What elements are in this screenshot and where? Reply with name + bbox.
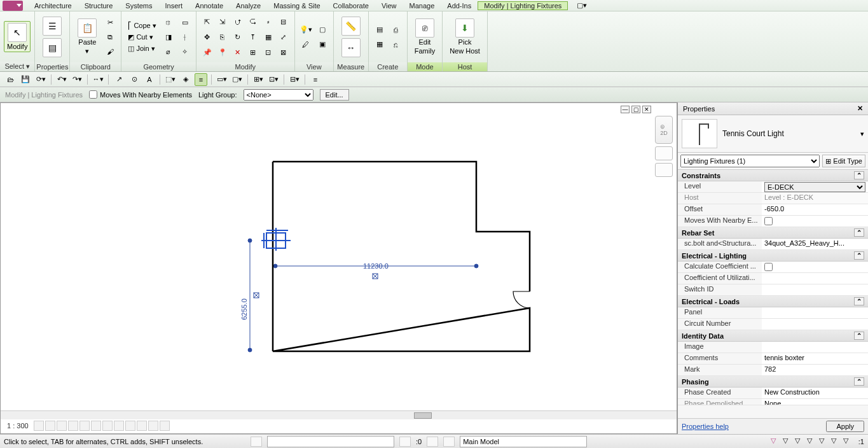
prop-group-header[interactable]: Electrical - Loads⌃ xyxy=(678,296,868,307)
menu-manage[interactable]: Manage xyxy=(403,1,441,10)
prop-value[interactable]: E-DECK xyxy=(762,181,868,192)
menu-annotate[interactable]: Annotate xyxy=(189,1,230,10)
menu-insert[interactable]: Insert xyxy=(159,1,189,10)
prop-group-header[interactable]: Phasing⌃ xyxy=(678,376,868,388)
qa-more-3[interactable]: ⊟▾ xyxy=(288,73,301,86)
properties-filter-select[interactable]: Lighting Fixtures (1) xyxy=(680,155,820,167)
menu-architecture[interactable]: Architecture xyxy=(28,1,78,10)
app-menu-button[interactable] xyxy=(3,1,23,11)
sf-4[interactable]: ▽ xyxy=(807,437,817,447)
properties-close-button[interactable]: ✕ xyxy=(857,104,863,113)
paste-button[interactable]: 📋 Paste ▾ xyxy=(74,17,100,57)
qa-sync[interactable]: ⟳▾ xyxy=(34,73,47,86)
unpin-button[interactable]: 📍 xyxy=(216,45,230,59)
mod-tool-b[interactable]: ⊡ xyxy=(261,45,275,59)
menu-addins[interactable]: Add-Ins xyxy=(441,1,478,10)
qa-save[interactable]: 💾 xyxy=(19,73,32,86)
properties-button[interactable]: ☰ ▤ xyxy=(39,15,65,59)
view-scale[interactable]: 1 : 300 xyxy=(7,422,29,430)
menu-systems[interactable]: Systems xyxy=(119,1,158,10)
panel-select-label[interactable]: Select ▾ xyxy=(0,62,34,71)
collapse-icon[interactable]: ⌃ xyxy=(854,228,864,237)
vc-rendering[interactable] xyxy=(79,421,90,431)
delete-button[interactable]: ✕ xyxy=(231,45,245,59)
cut-geom-button[interactable]: ◩Cut ▾ xyxy=(125,32,158,43)
trim-button[interactable]: ⊟ xyxy=(277,15,291,29)
ribbon-minimize-button[interactable]: ▢▾ xyxy=(574,1,589,10)
moves-checkbox-label[interactable]: Moves With Nearby Elements xyxy=(89,90,192,99)
menu-analyze[interactable]: Analyze xyxy=(230,1,267,10)
move-button[interactable]: ✥ xyxy=(200,30,214,44)
qa-more-2[interactable]: ⊡▾ xyxy=(267,73,280,86)
qa-measure[interactable]: ↔▾ xyxy=(92,73,104,86)
prop-value[interactable]: 34quot_A325_Heavy_H... xyxy=(762,239,868,249)
prop-value[interactable]: New Construction xyxy=(762,388,868,398)
vc-sun-path[interactable] xyxy=(57,421,67,431)
qa-redo[interactable]: ↷▾ xyxy=(71,73,83,86)
sf-3[interactable]: ▽ xyxy=(795,437,805,447)
prop-value[interactable] xyxy=(762,342,868,353)
prop-select[interactable]: E-DECK xyxy=(764,182,865,192)
dim-horizontal-value[interactable]: 11230.0 xyxy=(363,262,389,270)
mirror-axis-button[interactable]: ⮍ xyxy=(231,15,245,29)
copy-clipboard-button[interactable]: ⧉ xyxy=(103,30,117,44)
qa-undo[interactable]: ↶▾ xyxy=(55,73,68,86)
canvas-hscrollbar[interactable] xyxy=(1,410,677,419)
collapse-icon[interactable]: ⌃ xyxy=(854,171,864,179)
prop-group-header[interactable]: Electrical - Lighting⌃ xyxy=(678,250,868,262)
prop-value[interactable] xyxy=(762,284,868,295)
geom-tool-2[interactable]: ◨ xyxy=(162,30,176,44)
edit-type-button[interactable]: ⊞ Edit Type xyxy=(822,155,865,167)
prop-checkbox[interactable] xyxy=(764,217,773,225)
workset-combo[interactable] xyxy=(460,436,587,447)
dim-vertical-value[interactable]: 6255.0 xyxy=(240,298,248,320)
prop-value[interactable] xyxy=(762,262,868,272)
status-tool-3[interactable] xyxy=(427,437,438,447)
qa-tag[interactable]: ⊙ xyxy=(128,73,141,86)
qa-align-dim[interactable]: ↗ xyxy=(113,73,125,86)
sf-5[interactable]: ▽ xyxy=(819,437,829,447)
prop-value[interactable] xyxy=(762,273,868,284)
create-tool-3[interactable]: ⎙ xyxy=(389,23,403,37)
qa-close-hidden[interactable]: ▭▾ xyxy=(216,73,228,86)
collapse-icon[interactable]: ⌃ xyxy=(854,377,864,386)
rotate-button[interactable]: ↻ xyxy=(231,30,245,44)
menu-contextual-tab[interactable]: Modify | Lighting Fixtures xyxy=(478,1,568,10)
qa-section[interactable]: ◈ xyxy=(179,73,192,86)
sf-2[interactable]: ▽ xyxy=(783,437,793,447)
cope-button[interactable]: ⎡Cope ▾ xyxy=(125,20,158,31)
mirror-draw-button[interactable]: ⮎ xyxy=(246,15,260,29)
view-tool-2[interactable]: 🖊 xyxy=(299,38,313,52)
menu-view[interactable]: View xyxy=(375,1,403,10)
collapse-icon[interactable]: ⌃ xyxy=(854,332,864,340)
pin-button[interactable]: 📌 xyxy=(200,45,214,59)
prop-group-header[interactable]: Constraints⌃ xyxy=(678,170,868,181)
align-button[interactable]: ⇱ xyxy=(200,15,214,29)
menu-collaborate[interactable]: Collaborate xyxy=(327,1,375,10)
qa-open[interactable]: 🗁 xyxy=(4,73,17,86)
view-tool-1[interactable]: 💡▾ xyxy=(299,23,313,37)
prop-value[interactable]: -650.0 xyxy=(762,204,868,215)
geom-tool-1[interactable]: ⎅ xyxy=(162,15,176,29)
vc-worksharing[interactable] xyxy=(148,421,158,431)
vc-crop[interactable] xyxy=(91,421,101,431)
status-tool-2[interactable] xyxy=(399,437,411,447)
collapse-icon[interactable]: ⌃ xyxy=(854,297,864,305)
vc-crop-region[interactable] xyxy=(102,421,113,431)
geom-tool-5[interactable]: ⟊ xyxy=(178,30,192,44)
menu-massing-site[interactable]: Massing & Site xyxy=(267,1,326,10)
qa-customize[interactable]: ≡ xyxy=(309,73,322,86)
geom-tool-6[interactable]: ✧ xyxy=(178,45,192,59)
prop-checkbox[interactable] xyxy=(764,263,773,271)
collapse-icon[interactable]: ⌃ xyxy=(854,251,864,260)
qa-more-1[interactable]: ⊞▾ xyxy=(252,73,265,86)
search-combo[interactable] xyxy=(267,436,394,447)
status-tool-4[interactable] xyxy=(443,437,455,447)
sf-1[interactable]: ▽ xyxy=(771,437,781,447)
sf-7[interactable]: ▽ xyxy=(843,437,853,447)
edit-family-button[interactable]: ⎚ Edit Family xyxy=(411,17,438,57)
qa-thin-lines[interactable]: ≡ xyxy=(195,73,207,86)
properties-apply-button[interactable]: Apply xyxy=(826,421,864,432)
join-button[interactable]: ◫Join ▾ xyxy=(125,43,158,54)
prop-value[interactable] xyxy=(762,216,868,227)
